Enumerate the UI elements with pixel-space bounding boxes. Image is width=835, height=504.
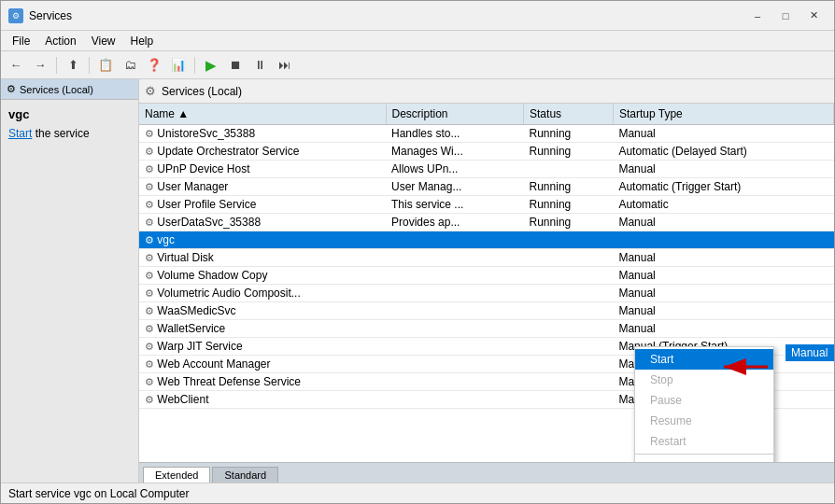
table-row[interactable]: ⚙ UnistoreSvc_35388Handles sto...Running… [139,125,834,143]
menu-help[interactable]: Help [123,33,162,49]
show-hide-button[interactable]: 📋 [94,55,117,76]
cell-status [524,161,614,178]
cell-status [524,249,614,267]
status-text: Start service vgc on Local Computer [8,487,189,500]
cell-name: ⚙ UnistoreSvc_35388 [139,125,386,143]
back-button[interactable]: ← [5,55,27,76]
cell-desc [386,302,524,320]
context-menu-resume: Resume [635,411,773,431]
table-row[interactable]: ⚙ WaaSMedicSvcManual [139,302,834,320]
left-panel-header: ⚙ Services (Local) [1,79,138,100]
col-header-name[interactable]: Name ▲ [139,104,386,125]
cell-name: ⚙ Volume Shadow Copy [139,267,386,285]
table-row[interactable]: ⚙ User Profile ServiceThis service ...Ru… [139,196,834,214]
context-menu-all-tasks[interactable]: All Tasks ▶ [635,456,773,462]
table-row[interactable]: ⚙ vgc [139,231,834,249]
selected-row-startup-overlay: Manual [785,344,834,361]
left-panel: ⚙ Services (Local) vgc Start the service [1,79,139,483]
cell-name: ⚙ Update Orchestrator Service [139,143,386,161]
up-button[interactable]: ⬆ [62,55,84,76]
table-row[interactable]: ⚙ Volumetric Audio Composit...Manual [139,285,834,302]
tree-button[interactable]: 🗂 [119,55,141,76]
cell-desc [386,231,524,249]
toolbar: ← → ⬆ 📋 🗂 ❓ 📊 ▶ ⏹ ⏸ ⏭ [1,51,834,79]
cell-name: ⚙ Warp JIT Service [139,338,386,356]
col-header-startup[interactable]: Startup Type [613,104,833,125]
context-menu-pause: Pause [635,390,773,411]
all-tasks-label: All Tasks [650,460,694,462]
start-service-link[interactable]: Start [8,127,32,140]
cell-status [524,391,614,409]
left-panel-title: Services (Local) [20,84,93,95]
minimize-button[interactable]: – [744,6,771,26]
cell-status: Running [524,125,614,143]
table-row[interactable]: ⚙ UserDataSvc_35388Provides ap...Running… [139,214,834,231]
cell-name: ⚙ Volumetric Audio Composit... [139,285,386,302]
cell-desc: Handles sto... [386,125,524,143]
status-bar: Start service vgc on Local Computer [1,483,834,503]
stop-service-toolbar-btn[interactable]: ⏹ [224,55,247,76]
pause-service-toolbar-btn[interactable]: ⏸ [248,55,271,76]
table-row[interactable]: ⚙ WalletServiceManual [139,320,834,338]
cell-startup: Automatic (Delayed Start) [613,143,833,161]
cell-desc [386,285,524,302]
cell-name: ⚙ Web Account Manager [139,356,386,373]
tab-bar: Extended Standard [139,462,834,483]
menu-action[interactable]: Action [37,33,83,49]
menu-bar: File Action View Help [1,31,834,51]
services-table-area[interactable]: Name ▲ Description Status Startup Type ⚙… [139,104,834,462]
window-controls: – □ ✕ [744,6,827,26]
table-row[interactable]: ⚙ User ManagerUser Manag...RunningAutoma… [139,178,834,196]
cell-desc [386,373,524,391]
cell-desc: Allows UPn... [386,161,524,178]
cell-status: Running [524,178,614,196]
restart-service-toolbar-btn[interactable]: ⏭ [273,55,295,76]
col-header-desc[interactable]: Description [386,104,524,125]
toolbar-sep-1 [56,57,57,74]
menu-file[interactable]: File [5,33,37,49]
table-row[interactable]: ⚙ Update Orchestrator ServiceManages Wi.… [139,143,834,161]
toolbar-sep-3 [194,57,195,74]
maximize-button[interactable]: □ [772,6,799,26]
forward-button[interactable]: → [29,55,51,76]
menu-view[interactable]: View [84,33,123,49]
address-icon: ⚙ [145,84,156,98]
left-panel-icon: ⚙ [7,83,16,95]
table-row[interactable]: ⚙ Virtual DiskManual [139,249,834,267]
cell-status [524,320,614,338]
cell-startup: Manual [613,320,833,338]
cell-startup: Manual [613,214,833,231]
info-button[interactable]: ❓ [143,55,165,76]
red-arrow-overlay [716,357,772,380]
cell-status [524,356,614,373]
cell-status [524,373,614,391]
cell-desc: Provides ap... [386,214,524,231]
cell-startup: Manual [613,125,833,143]
cell-name: ⚙ Web Threat Defense Service [139,373,386,391]
cell-startup [613,231,833,249]
table-row[interactable]: ⚙ Volume Shadow CopyManual [139,267,834,285]
cell-name: ⚙ WaaSMedicSvc [139,302,386,320]
col-header-status[interactable]: Status [524,104,614,125]
tab-extended[interactable]: Extended [143,467,210,483]
start-service-description: Start the service [8,127,131,140]
table-row[interactable]: ⚙ UPnP Device HostAllows UPn...Manual [139,161,834,178]
close-button[interactable]: ✕ [800,6,827,26]
cell-status: Running [524,196,614,214]
cell-status [524,285,614,302]
start-service-toolbar-btn[interactable]: ▶ [200,55,222,76]
cell-name: ⚙ WebClient [139,391,386,409]
description-text: the service [35,127,90,140]
cell-status [524,338,614,356]
left-panel-content: vgc Start the service [1,100,138,147]
main-window: ⚙ Services – □ ✕ File Action View Help ←… [0,0,835,504]
app-icon: ⚙ [8,8,23,23]
cell-status [524,302,614,320]
context-menu-restart: Restart [635,431,773,452]
tab-standard[interactable]: Standard [212,467,278,483]
chart-button[interactable]: 📊 [167,55,190,76]
window-title: Services [29,9,744,22]
cell-desc: User Manag... [386,178,524,196]
cell-desc: Manages Wi... [386,143,524,161]
context-menu-sep-1 [635,454,773,455]
